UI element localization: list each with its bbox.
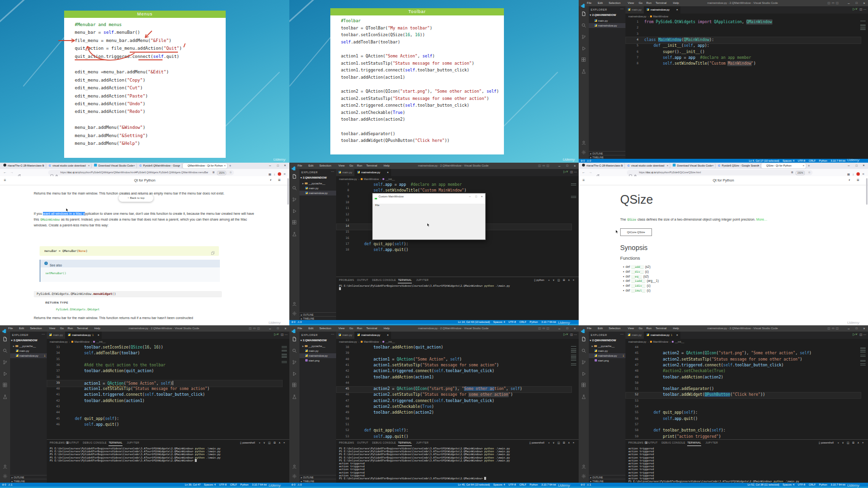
browser-tab[interactable]: ritana/The-C-28-Masterclass-S× xyxy=(580,163,625,168)
menubar-item-view[interactable]: View xyxy=(49,325,55,332)
tab-close-icon[interactable]: × xyxy=(178,163,180,168)
status-item[interactable]: Spaces: 4 xyxy=(493,483,505,486)
editor-tab-mainwindow-py[interactable]: mainwindow.py× xyxy=(355,169,391,176)
tab-close-icon[interactable]: × xyxy=(677,332,678,339)
extensions-icon[interactable]: ▦ xyxy=(847,173,850,176)
menubar-item-terminal[interactable]: Terminal xyxy=(366,163,377,169)
kill-terminal-icon[interactable]: ⊟ xyxy=(563,441,565,444)
tab-close-icon[interactable]: × xyxy=(712,163,714,168)
extensions-icon[interactable] xyxy=(292,219,297,227)
terminal-dropdown-icon[interactable]: ∨ xyxy=(553,279,555,281)
tab-close-icon[interactable]: × xyxy=(133,163,135,168)
window-close-button[interactable]: × xyxy=(863,163,865,168)
status-item[interactable]: UTF-8 xyxy=(798,483,805,486)
breadcrumb[interactable]: mainwindow.py›MainWindow xyxy=(628,14,668,19)
menubar-item-go[interactable]: Go xyxy=(349,325,353,332)
window-minimize-button[interactable]: – xyxy=(848,163,850,168)
split-editor-icon[interactable]: ◫ xyxy=(281,333,284,336)
editor-more-actions-icon[interactable]: ⋯ xyxy=(574,170,577,173)
editor-tab-mainwindow-py[interactable]: mainwindow.py× xyxy=(644,6,680,14)
profile-icon[interactable] xyxy=(278,172,281,176)
status-item[interactable]: Spaces: 4 xyxy=(493,321,505,323)
explorer-project-row[interactable]: ▾2.QMAINWINDOW xyxy=(590,339,616,342)
url-text[interactable]: https://doc.qt.io/qtforpython/PySide6/Qt… xyxy=(60,170,209,175)
explorer-file-mainwindow-py[interactable]: mainwindow.py1 xyxy=(589,353,625,358)
status-item[interactable]: Spaces: 4 xyxy=(204,483,216,486)
minimize-button[interactable]: – xyxy=(848,325,850,332)
menubar-item-selection[interactable]: Selection xyxy=(30,325,42,332)
zoom-level-chip[interactable]: 150% xyxy=(217,171,226,175)
menubar-item-terminal[interactable]: Terminal xyxy=(77,325,88,332)
menubar-item-selection[interactable]: Selection xyxy=(319,163,331,169)
editor-more-actions-icon[interactable]: ⋯ xyxy=(863,7,866,11)
docs-hamburger-icon[interactable]: ≡ xyxy=(583,178,585,182)
window-close-button[interactable]: × xyxy=(284,163,286,168)
back-button[interactable]: ← xyxy=(3,170,7,174)
explorer-icon[interactable] xyxy=(292,335,297,344)
status-item[interactable]: CRLF xyxy=(230,483,237,486)
manage-icon[interactable] xyxy=(581,472,586,481)
split-editor-icon[interactable]: ◫ xyxy=(570,170,573,173)
panel-tab-terminal[interactable]: TERMINAL xyxy=(687,440,701,446)
editor-tab-main-py[interactable]: main.py xyxy=(47,332,66,339)
run-and-debug-icon[interactable] xyxy=(292,370,297,378)
status-item[interactable]: 3.10.7 64-bit xyxy=(541,483,556,486)
close-button[interactable]: × xyxy=(285,325,286,332)
browser-tab[interactable]: Download Visual Studio Code× xyxy=(671,163,716,168)
testing-icon[interactable] xyxy=(581,393,586,402)
menubar-item-terminal[interactable]: Terminal xyxy=(655,0,666,6)
testing-icon[interactable] xyxy=(2,393,8,402)
editor-tab-mainwindow-py[interactable]: mainwindow.py1× xyxy=(644,332,680,339)
window-minimize-button[interactable]: – xyxy=(269,163,271,168)
split-terminal-icon[interactable]: ◫ xyxy=(557,279,560,281)
menubar-item-selection[interactable]: Selection xyxy=(609,0,621,6)
panel-tab-output[interactable]: OUTPUT xyxy=(357,278,368,283)
menubar-item-terminal[interactable]: Terminal xyxy=(655,325,666,332)
app-close-button[interactable]: × xyxy=(481,194,483,199)
menubar-item-selection[interactable]: Selection xyxy=(319,325,331,332)
manage-icon[interactable] xyxy=(292,309,297,318)
menubar-item-file[interactable]: File xyxy=(298,325,302,332)
accounts-icon[interactable] xyxy=(581,139,586,147)
status-item[interactable]: Spaces: 4 xyxy=(783,159,794,162)
run-and-debug-icon[interactable] xyxy=(581,44,586,53)
tab-close-icon[interactable]: × xyxy=(42,163,44,168)
browser-tab-active[interactable]: QMainWindow - Qt for Python× xyxy=(183,163,227,168)
panel-tab-jupyter[interactable]: JUPYTER xyxy=(416,440,429,446)
explorer-file-main-py[interactable]: main.py xyxy=(299,186,336,191)
maximize-button[interactable]: □ xyxy=(566,163,568,169)
menubar-item-file[interactable]: File xyxy=(587,325,592,332)
kill-terminal-icon[interactable]: ⊟ xyxy=(563,279,565,281)
status-item[interactable]: Spaces: 4 xyxy=(783,483,794,486)
extensions-icon[interactable] xyxy=(581,381,586,390)
manage-icon[interactable] xyxy=(581,148,586,157)
editor-more-actions-icon[interactable]: ⋯ xyxy=(285,333,287,336)
editor-tab-main-py[interactable]: main.py xyxy=(336,332,355,339)
panel-tab-problems[interactable]: PROBLEMS xyxy=(339,440,354,446)
tab-close-icon[interactable]: × xyxy=(98,332,99,339)
app-window-custom-mainwindow[interactable]: Custom MainWindow–□×File xyxy=(372,193,486,240)
new-tab-button[interactable]: + xyxy=(229,163,231,168)
dark-mode-toggle-icon[interactable]: ◐ xyxy=(270,178,272,181)
function-name-link[interactable]: __iadd__ xyxy=(631,279,646,282)
breadcrumb[interactable]: mainwindow.py›MainWindow›__init__ xyxy=(339,177,395,181)
layout-toggle-icons[interactable]: ◫▭◫ xyxy=(827,0,840,6)
new-terminal-icon[interactable]: + xyxy=(259,441,260,444)
editor-tab-main-py[interactable]: main.py xyxy=(336,169,355,176)
panel-tab-output[interactable]: OUTPUT xyxy=(647,440,658,446)
status-item[interactable]: UTF-8 xyxy=(508,321,516,323)
accounts-icon[interactable] xyxy=(292,300,297,308)
editor-tab-main-py[interactable]: main.py xyxy=(625,332,644,339)
tab-close-icon[interactable]: × xyxy=(757,163,759,168)
explorer-icon[interactable] xyxy=(292,172,297,181)
panel-tab-jupyter[interactable]: JUPYTER xyxy=(127,440,139,446)
menubar-item-view[interactable]: View xyxy=(339,163,345,169)
dark-mode-toggle-icon[interactable]: ◐ xyxy=(849,178,851,181)
back-button[interactable]: ← xyxy=(582,170,585,174)
extensions-icon[interactable] xyxy=(292,381,297,390)
status-item[interactable]: 3.10.7 64-bit xyxy=(830,483,845,486)
status-problems[interactable]: ⊘0⚠1 xyxy=(581,483,591,487)
explorer-file-start-png[interactable]: start.png xyxy=(299,358,336,363)
split-editor-icon[interactable]: ◫ xyxy=(859,7,862,11)
panel-tab-terminal[interactable]: TERMINAL xyxy=(108,440,122,446)
